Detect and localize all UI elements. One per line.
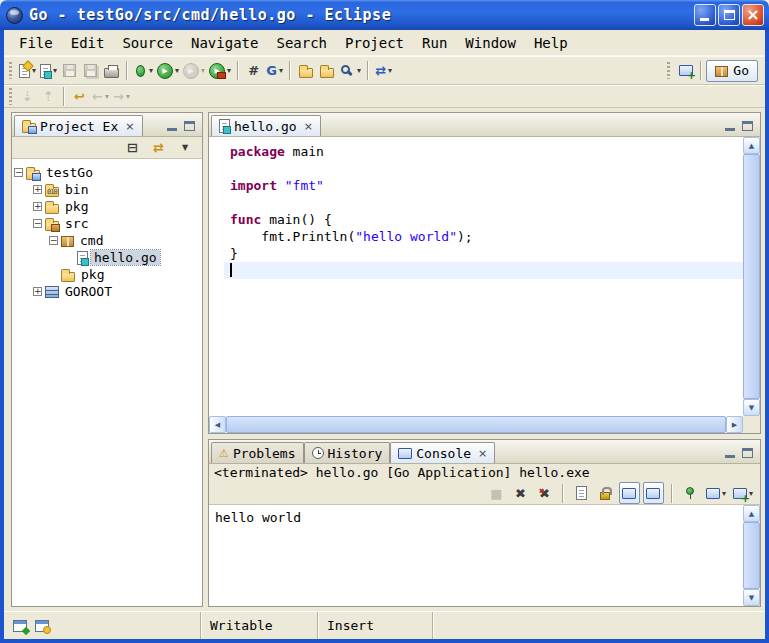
- menu-edit[interactable]: Edit: [62, 32, 114, 54]
- menu-file[interactable]: File: [10, 32, 62, 54]
- new-wizard-button[interactable]: ▾: [17, 60, 38, 82]
- menu-navigate[interactable]: Navigate: [182, 32, 267, 54]
- expand-expander-icon[interactable]: +: [33, 287, 42, 296]
- scrollbar-thumb[interactable]: [226, 416, 726, 433]
- menu-source[interactable]: Source: [113, 32, 182, 54]
- dropdown-arrow-icon[interactable]: ▾: [53, 66, 57, 75]
- minimize-button[interactable]: [694, 4, 716, 26]
- console-output[interactable]: hello world ▲ ▼: [209, 505, 760, 606]
- dropdown-arrow-icon[interactable]: ▾: [201, 66, 205, 75]
- minimize-view-button[interactable]: [725, 128, 735, 131]
- scroll-right-button[interactable]: ▶: [726, 416, 743, 433]
- menu-window[interactable]: Window: [456, 32, 525, 54]
- clear-console-button[interactable]: [571, 482, 592, 504]
- dropdown-arrow-icon[interactable]: ▾: [175, 66, 179, 75]
- maximize-view-button[interactable]: [184, 121, 195, 131]
- scroll-lock-button[interactable]: [595, 482, 616, 504]
- tree-item-pkg[interactable]: + pkg: [14, 198, 200, 215]
- back-button[interactable]: ←▾: [90, 86, 111, 108]
- toolbar-grip[interactable]: [667, 62, 670, 79]
- debug-button[interactable]: ▾: [132, 60, 155, 82]
- maximize-button[interactable]: [718, 4, 740, 26]
- open-folder-button[interactable]: [295, 60, 316, 82]
- tab-console[interactable]: Console ×: [390, 442, 495, 463]
- collapse-all-button[interactable]: ⊟: [122, 137, 143, 159]
- minimize-view-button[interactable]: [725, 455, 735, 458]
- scroll-up-button[interactable]: ▲: [743, 505, 760, 522]
- code-line[interactable]: package main: [224, 143, 743, 160]
- code-line[interactable]: import "fmt": [224, 177, 743, 194]
- code-line[interactable]: }: [224, 245, 743, 262]
- pin-console-button[interactable]: [680, 482, 701, 504]
- dropdown-arrow-icon[interactable]: ▾: [722, 489, 726, 498]
- maximize-view-button[interactable]: [742, 448, 753, 458]
- terminate-button[interactable]: ■: [486, 482, 507, 504]
- display-selected-console-button[interactable]: ▾: [704, 482, 728, 504]
- fast-view-button[interactable]: [13, 620, 27, 632]
- console-vertical-scrollbar[interactable]: ▲ ▼: [743, 505, 760, 606]
- tab-history[interactable]: History: [304, 442, 391, 463]
- save-all-button[interactable]: [80, 60, 101, 82]
- expand-expander-icon[interactable]: +: [33, 202, 42, 211]
- minimize-view-button[interactable]: [167, 128, 177, 131]
- profile-button[interactable]: ▶▾: [181, 60, 207, 82]
- remove-launch-button[interactable]: ✖: [510, 482, 531, 504]
- collapse-expander-icon[interactable]: −: [49, 236, 58, 245]
- dropdown-arrow-icon[interactable]: ▾: [105, 92, 109, 101]
- menu-project[interactable]: Project: [336, 32, 413, 54]
- scroll-left-button[interactable]: ◀: [209, 416, 226, 433]
- save-button[interactable]: [59, 60, 80, 82]
- open-perspective-button[interactable]: [675, 60, 696, 82]
- titlebar[interactable]: Go - testGo/src/cmd/hello.go - Eclipse ×: [0, 0, 769, 30]
- dropdown-arrow-icon[interactable]: ▾: [126, 92, 130, 101]
- views-trim-button[interactable]: [35, 620, 49, 632]
- collapse-expander-icon[interactable]: −: [14, 168, 23, 177]
- editor-horizontal-scrollbar[interactable]: ◀ ▶: [209, 416, 743, 433]
- code-line[interactable]: [224, 194, 743, 211]
- run-button[interactable]: ▶▾: [155, 60, 181, 82]
- new-go-app-button[interactable]: #: [243, 60, 264, 82]
- toolbar-grip[interactable]: [9, 88, 12, 105]
- maximize-view-button[interactable]: [742, 121, 753, 131]
- tree-item-src[interactable]: − src: [14, 215, 200, 232]
- scroll-down-button[interactable]: ▼: [743, 589, 760, 606]
- dropdown-arrow-icon[interactable]: ▾: [357, 66, 361, 75]
- view-menu-button[interactable]: ▼: [174, 137, 195, 159]
- external-tools-button[interactable]: ▶▾: [207, 60, 233, 82]
- menu-search[interactable]: Search: [267, 32, 336, 54]
- open-console-button[interactable]: ▾: [731, 482, 755, 504]
- dropdown-arrow-icon[interactable]: ▾: [279, 66, 283, 75]
- next-annotation-button[interactable]: ⇣: [17, 86, 38, 108]
- close-button[interactable]: ×: [742, 4, 764, 26]
- go-tools-button[interactable]: G▾: [264, 60, 285, 82]
- dropdown-arrow-icon[interactable]: ▾: [388, 66, 392, 75]
- go-perspective-button[interactable]: Go: [706, 60, 758, 82]
- previous-annotation-button[interactable]: ⇡: [38, 86, 59, 108]
- scroll-up-button[interactable]: ▲: [743, 137, 760, 154]
- close-icon[interactable]: ×: [304, 120, 313, 133]
- collapse-expander-icon[interactable]: −: [33, 219, 42, 228]
- code-line[interactable]: [224, 160, 743, 177]
- tree-item-bin[interactable]: + bin: [14, 181, 200, 198]
- editor-vertical-scrollbar[interactable]: ▲ ▼: [743, 137, 760, 416]
- expand-expander-icon[interactable]: +: [33, 185, 42, 194]
- tab-hello-go[interactable]: hello.go ×: [211, 115, 321, 136]
- code-area[interactable]: package main import "fmt" func main() { …: [209, 137, 743, 416]
- last-edit-location-button[interactable]: ↩: [69, 86, 90, 108]
- scrollbar-thumb[interactable]: [743, 154, 760, 399]
- menu-run[interactable]: Run: [413, 32, 456, 54]
- code-line[interactable]: func main() {: [224, 211, 743, 228]
- current-code-line[interactable]: [224, 262, 743, 279]
- tree-item-pkg-src[interactable]: pkg: [14, 266, 200, 283]
- menu-help[interactable]: Help: [525, 32, 577, 54]
- link-with-editor-button[interactable]: ⇄: [148, 137, 169, 159]
- tree-item-cmd[interactable]: − cmd: [14, 232, 200, 249]
- search-button[interactable]: ▾: [337, 60, 363, 82]
- open-resource-button[interactable]: [316, 60, 337, 82]
- print-button[interactable]: [101, 60, 122, 82]
- tab-problems[interactable]: ⚠ Problems: [211, 442, 304, 463]
- close-icon[interactable]: ×: [478, 447, 487, 460]
- synchronize-button[interactable]: ⇄▾: [373, 60, 394, 82]
- tree-item-hello-go[interactable]: hello.go: [14, 249, 200, 266]
- show-stdout-button[interactable]: [619, 482, 640, 504]
